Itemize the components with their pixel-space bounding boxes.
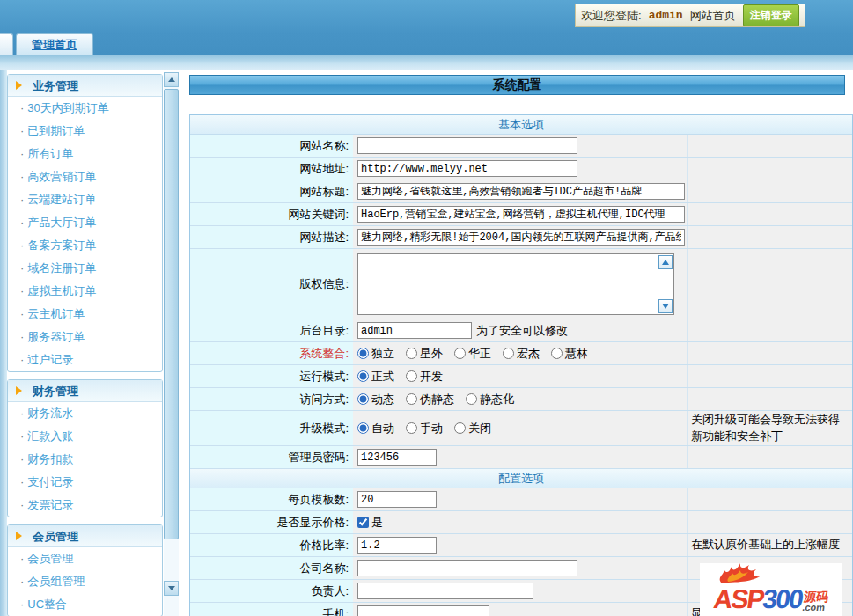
triangle-down-icon <box>168 586 175 590</box>
radio-label: 独立 <box>371 346 394 362</box>
home-link[interactable]: 网站首页 <box>690 8 736 24</box>
arrow-right-icon <box>16 532 22 540</box>
radio-run-dev[interactable]: 开发 <box>406 369 443 385</box>
sidebar-item-uc-integration[interactable]: ·UC整合 <box>8 593 162 616</box>
field-label: 网站标题: <box>190 180 353 202</box>
radio-integration-standalone[interactable]: 独立 <box>357 346 394 362</box>
radio-input[interactable] <box>357 348 369 359</box>
field-label: 系统整合: <box>190 342 353 364</box>
bullet-icon: · <box>20 475 24 488</box>
logo-300-text: 300 <box>761 586 804 612</box>
copyright-textarea[interactable] <box>357 253 674 315</box>
sidebar-group-members-header[interactable]: 会员管理 <box>8 525 162 547</box>
logout-button[interactable]: 注销登录 <box>743 4 799 26</box>
admin-password-input[interactable] <box>357 449 437 466</box>
radio-access-static[interactable]: 静态化 <box>466 392 514 407</box>
sidebar-item-orders-expired[interactable]: ·已到期订单 <box>8 120 162 143</box>
field-label: 网站关键词: <box>190 203 353 225</box>
company-name-input[interactable] <box>357 560 577 576</box>
site-url-input[interactable] <box>357 160 577 177</box>
sidebar-item-member-manage[interactable]: ·会员管理 <box>8 547 162 570</box>
sidebar-item-orders-domain[interactable]: ·域名注册订单 <box>8 257 162 280</box>
sidebar-item-member-groups[interactable]: ·会员组管理 <box>8 570 162 593</box>
radio-input[interactable] <box>466 393 477 405</box>
radio-input[interactable] <box>357 422 369 434</box>
sidebar-item-orders-due-30d[interactable]: ·30天内到期订单 <box>8 97 162 120</box>
sidebar-item-orders-server[interactable]: ·服务器订单 <box>8 326 162 348</box>
radio-label: 手动 <box>420 421 443 436</box>
radio-access-dynamic[interactable]: 动态 <box>357 392 394 407</box>
mobile-input[interactable] <box>357 605 489 616</box>
textarea-scroll-down-button[interactable] <box>658 299 673 313</box>
radio-input[interactable] <box>406 348 417 359</box>
price-ratio-note: 在默认原价基础上的上涨幅度 <box>687 534 852 556</box>
radio-input[interactable] <box>406 393 417 405</box>
radio-input[interactable] <box>357 370 369 382</box>
contact-person-input[interactable] <box>357 583 533 599</box>
sidebar-item-orders-marketing[interactable]: ·高效营销订单 <box>8 165 162 188</box>
sidebar-item-invoice-records[interactable]: ·发票记录 <box>8 494 162 517</box>
sidebar-item-orders-cloudsite[interactable]: ·云端建站订单 <box>8 188 162 211</box>
textarea-scroll-up-button[interactable] <box>658 255 673 269</box>
show-price-checkbox[interactable] <box>357 517 369 528</box>
radio-upgrade-off[interactable]: 关闭 <box>454 421 491 436</box>
welcome-text: 欢迎您登陆: <box>581 8 642 24</box>
radio-input[interactable] <box>454 348 466 359</box>
sidebar-group-finance-header[interactable]: 财务管理 <box>8 380 162 402</box>
sidebar-item-deductions[interactable]: ·财务扣款 <box>8 448 162 471</box>
sidebar-item-orders-product-hall[interactable]: ·产品大厅订单 <box>8 211 162 234</box>
radio-integration-huazheng[interactable]: 华正 <box>454 346 491 362</box>
field-label: 后台目录: <box>190 319 353 341</box>
field-label: 每页模板数: <box>190 488 353 510</box>
item-label: 发票记录 <box>27 498 73 511</box>
row-upgrade-mode: 升级模式: 自动 手动 关闭 关闭升级可能会导致无法获得新功能和安全补丁 <box>190 411 852 446</box>
radio-label: 慧林 <box>565 346 588 362</box>
site-keywords-input[interactable] <box>357 206 685 223</box>
sidebar-item-orders-vhost[interactable]: ·虚拟主机订单 <box>8 280 162 303</box>
sidebar-item-remittance[interactable]: ·汇款入账 <box>8 425 162 448</box>
sidebar-group-business-header[interactable]: 业务管理 <box>8 75 162 97</box>
sidebar-scrollbar[interactable] <box>164 72 179 616</box>
radio-run-formal[interactable]: 正式 <box>357 369 394 385</box>
tab-label: 管理首页 <box>32 37 77 53</box>
radio-access-pseudo-static[interactable]: 伪静态 <box>406 392 454 407</box>
radio-input[interactable] <box>503 348 514 359</box>
site-desc-input[interactable] <box>357 229 685 246</box>
sidebar-item-payment-records[interactable]: ·支付记录 <box>8 471 162 494</box>
arrow-right-icon <box>16 386 22 395</box>
sidebar-item-orders-all[interactable]: ·所有订单 <box>8 143 162 165</box>
item-label: 备案方案订单 <box>27 238 96 252</box>
price-ratio-input[interactable] <box>357 537 437 554</box>
sidebar-item-transfer-records[interactable]: ·过户记录 <box>8 348 162 371</box>
username: admin <box>649 9 683 22</box>
radio-integration-huilin[interactable]: 慧林 <box>551 346 588 362</box>
radio-upgrade-auto[interactable]: 自动 <box>357 421 394 436</box>
templates-per-page-input[interactable] <box>357 491 437 508</box>
radio-input[interactable] <box>551 348 563 359</box>
scrollbar-up-button[interactable] <box>164 72 179 87</box>
tab-stub[interactable] <box>0 33 13 55</box>
site-name-input[interactable] <box>357 137 577 154</box>
item-label: 云端建站订单 <box>27 193 96 206</box>
tab-manage-home[interactable]: 管理首页 <box>16 33 93 55</box>
site-title-input[interactable] <box>357 183 685 200</box>
sidebar-item-finance-flow[interactable]: ·财务流水 <box>8 402 162 425</box>
radio-input[interactable] <box>406 422 417 434</box>
sidebar-item-orders-cloudhost[interactable]: ·云主机订单 <box>8 303 162 326</box>
radio-upgrade-manual[interactable]: 手动 <box>406 421 443 436</box>
row-site-url: 网站地址: <box>190 158 852 180</box>
radio-integration-xingwai[interactable]: 星外 <box>406 346 443 362</box>
field-label: 网站地址: <box>190 158 353 180</box>
scrollbar-thumb[interactable] <box>164 89 179 539</box>
radio-input[interactable] <box>406 370 417 382</box>
radio-input[interactable] <box>454 422 466 434</box>
show-price-checkbox-option[interactable]: 是 <box>357 515 383 531</box>
scrollbar-down-button[interactable] <box>164 581 179 596</box>
admin-dir-input[interactable] <box>357 322 472 339</box>
bullet-icon: · <box>20 261 24 275</box>
sidebar-item-orders-icp[interactable]: ·备案方案订单 <box>8 234 162 257</box>
radio-integration-hongjie[interactable]: 宏杰 <box>503 346 540 362</box>
upgrade-warning-note: 关闭升级可能会导致无法获得新功能和安全补丁 <box>687 411 852 445</box>
radio-input[interactable] <box>357 393 369 405</box>
top-bar: 欢迎您登陆: admin 网站首页 注销登录 <box>0 0 853 55</box>
